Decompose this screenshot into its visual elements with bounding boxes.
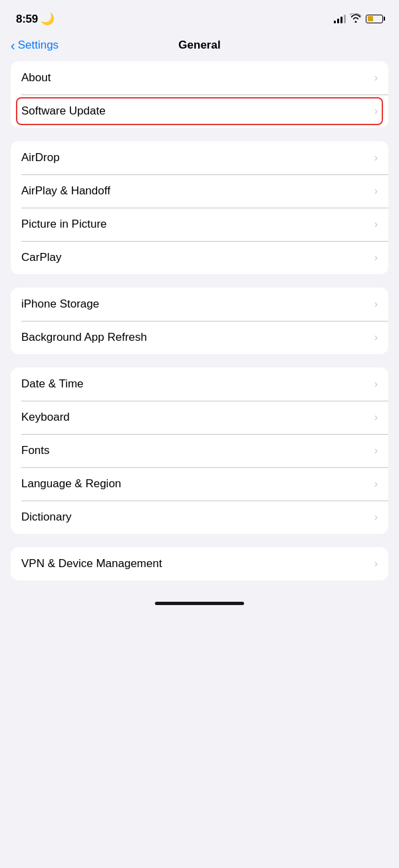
settings-row-background-app-refresh[interactable]: Background App Refresh› [11,321,388,354]
settings-row-carplay[interactable]: CarPlay› [11,241,388,274]
row-label-keyboard: Keyboard [21,411,70,424]
settings-group-group3: iPhone Storage›Background App Refresh› [11,288,388,354]
settings-row-about[interactable]: About› [11,61,388,95]
signal-bars-icon [334,14,346,23]
row-label-language-region: Language & Region [21,477,121,491]
chevron-icon-keyboard: › [374,411,378,423]
chevron-icon-iphone-storage: › [374,298,378,310]
chevron-icon-about: › [374,72,378,84]
settings-group-group1: About›Software Update› [11,61,388,128]
chevron-icon-dictionary: › [374,511,378,523]
settings-group-group4: Date & Time›Keyboard›Fonts›Language & Re… [11,367,388,534]
chevron-icon-background-app-refresh: › [374,331,378,343]
row-label-vpn-device-management: VPN & Device Management [21,557,162,570]
nav-header: ‹ Settings General [0,33,399,61]
page-title: General [178,39,220,52]
row-label-airdrop: AirDrop [21,151,60,164]
chevron-icon-date-time: › [374,378,378,390]
status-time: 8:59 🌙 [16,12,55,26]
row-label-about: About [21,71,51,85]
chevron-icon-carplay: › [374,252,378,264]
row-label-picture-in-picture: Picture in Picture [21,218,107,231]
settings-group-group2: AirDrop›AirPlay & Handoff›Picture in Pic… [11,141,388,274]
row-label-fonts: Fonts [21,444,50,457]
settings-row-fonts[interactable]: Fonts› [11,434,388,467]
settings-row-keyboard[interactable]: Keyboard› [11,401,388,434]
chevron-icon-software-update: › [374,105,378,117]
chevron-icon-language-region: › [374,478,378,490]
row-label-software-update: Software Update [21,105,106,118]
settings-group-group5: VPN & Device Management› [11,547,388,580]
wifi-icon [350,13,362,25]
settings-row-airplay-handoff[interactable]: AirPlay & Handoff› [11,174,388,208]
back-button[interactable]: ‹ Settings [11,39,59,52]
home-bar [155,602,244,605]
row-label-carplay: CarPlay [21,251,61,264]
chevron-icon-airplay-handoff: › [374,185,378,197]
settings-row-date-time[interactable]: Date & Time› [11,367,388,401]
settings-row-iphone-storage[interactable]: iPhone Storage› [11,288,388,321]
back-chevron-icon: ‹ [11,39,15,52]
settings-content: About›Software Update›AirDrop›AirPlay & … [0,61,399,580]
settings-row-picture-in-picture[interactable]: Picture in Picture› [11,208,388,241]
settings-row-dictionary[interactable]: Dictionary› [11,501,388,534]
row-label-dictionary: Dictionary [21,511,72,524]
settings-row-vpn-device-management[interactable]: VPN & Device Management› [11,547,388,580]
row-label-iphone-storage: iPhone Storage [21,298,99,311]
status-icons [334,13,383,25]
settings-row-software-update[interactable]: Software Update› [11,95,388,128]
chevron-icon-airdrop: › [374,152,378,164]
chevron-icon-picture-in-picture: › [374,218,378,230]
battery-icon [366,15,383,23]
home-indicator [0,594,399,610]
chevron-icon-fonts: › [374,445,378,457]
back-label: Settings [18,39,59,52]
status-bar: 8:59 🌙 [0,0,399,33]
chevron-icon-vpn-device-management: › [374,558,378,570]
row-label-airplay-handoff: AirPlay & Handoff [21,184,110,198]
row-label-background-app-refresh: Background App Refresh [21,331,147,344]
row-label-date-time: Date & Time [21,377,84,391]
settings-row-airdrop[interactable]: AirDrop› [11,141,388,174]
settings-row-language-region[interactable]: Language & Region› [11,467,388,501]
